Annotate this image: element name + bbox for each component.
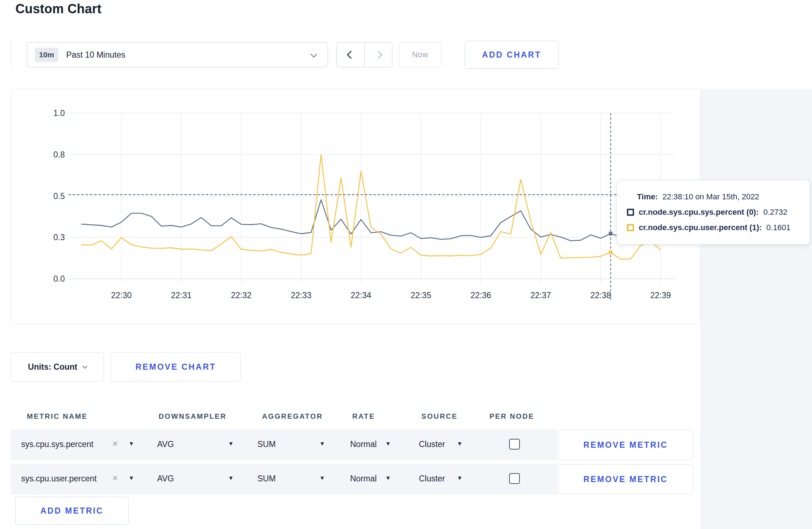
svg-text:22:38: 22:38 [590,291,611,300]
rate-select[interactable]: Normal [350,440,377,449]
dropdown-caret-icon[interactable]: ▼ [129,441,134,447]
per-node-checkbox[interactable] [509,439,520,450]
metric-name-select[interactable]: sys.cpu.user.percent [21,474,97,484]
svg-text:0.3: 0.3 [53,233,65,242]
svg-text:0.0: 0.0 [53,274,65,283]
dropdown-caret-icon[interactable]: ▼ [457,441,463,447]
time-window-badge: 10m [35,48,58,62]
dropdown-caret-icon[interactable]: ▼ [385,441,391,447]
remove-metric-x-icon[interactable]: × [112,438,118,449]
col-header-per-node: PER NODE [489,412,534,421]
next-time-button[interactable] [364,43,392,67]
rate-select[interactable]: Normal [350,474,377,484]
source-select[interactable]: Cluster [419,474,445,484]
dropdown-caret-icon[interactable]: ▼ [319,475,325,481]
dropdown-caret-icon[interactable]: ▼ [228,475,234,481]
series-sys-swatch-icon [627,209,634,216]
time-range-label: Past 10 Minutes [66,50,125,60]
svg-text:0.5: 0.5 [53,191,65,201]
series-user-swatch-icon [627,224,634,231]
toolbar-divider [11,40,11,69]
col-header-source: SOURCE [421,412,458,421]
metric-row: sys.cpu.sys.percent × ▼ AVG ▼ SUM ▼ Norm… [11,429,557,460]
col-header-rate: RATE [352,412,375,421]
downsampler-select[interactable]: AVG [157,440,174,449]
metrics-chart[interactable]: 0.00.30.50.81.022:3022:3122:3222:3322:34… [11,89,701,325]
dropdown-caret-icon[interactable]: ▼ [228,441,234,447]
svg-text:22:30: 22:30 [111,291,132,300]
metric-name-select[interactable]: sys.cpu.sys.percent [21,440,93,449]
svg-text:0.8: 0.8 [53,150,65,159]
dropdown-caret-icon[interactable]: ▼ [385,475,391,481]
per-node-checkbox[interactable] [509,473,520,484]
col-header-aggregator: AGGREGATOR [262,412,323,421]
dropdown-caret-icon[interactable]: ▼ [129,475,134,481]
custom-chart-page: Custom Chart 10m Past 10 Minutes Now ADD… [0,0,812,529]
chevron-down-icon [82,364,87,369]
aggregator-select[interactable]: SUM [257,440,276,449]
page-title: Custom Chart [15,1,101,16]
aggregator-select[interactable]: SUM [257,474,276,484]
metric-row: sys.cpu.user.percent × ▼ AVG ▼ SUM ▼ Nor… [11,464,557,495]
svg-text:22:31: 22:31 [171,291,192,300]
svg-text:22:34: 22:34 [351,291,372,300]
units-label: Units: Count [28,362,77,372]
chart-card: 0.00.30.50.81.022:3022:3122:3222:3322:34… [11,89,700,324]
svg-text:22:32: 22:32 [231,291,252,300]
prev-time-button[interactable] [337,43,364,67]
tooltip-series-user-name: cr.node.sys.cpu.user.percent (1): [639,223,762,232]
remove-metric-button[interactable]: REMOVE METRIC [558,464,693,494]
col-header-metric-name: METRIC NAME [27,412,88,421]
tooltip-series-sys-value: 0.2732 [763,208,787,217]
chevron-left-icon [347,51,355,59]
remove-metric-button[interactable]: REMOVE METRIC [558,430,693,460]
page-background-panel [700,89,812,529]
downsampler-select[interactable]: AVG [157,474,174,484]
chart-tooltip: Time: 22:38:10 on Mar 15th, 2022 cr.node… [617,180,810,244]
now-button[interactable]: Now [399,42,441,67]
dropdown-caret-icon[interactable]: ▼ [319,441,325,447]
remove-chart-button[interactable]: REMOVE CHART [111,352,241,382]
svg-text:22:36: 22:36 [470,291,491,300]
chevron-down-icon [310,51,317,57]
tooltip-series-user-value: 0.1601 [767,223,791,232]
add-chart-button[interactable]: ADD CHART [465,41,559,69]
svg-text:1.0: 1.0 [53,108,65,118]
col-header-downsampler: DOWNSAMPLER [159,412,227,421]
chevron-right-icon [374,51,383,59]
add-metric-button[interactable]: ADD METRIC [15,497,129,525]
dropdown-caret-icon[interactable]: ▼ [457,475,463,481]
svg-text:22:39: 22:39 [650,291,671,300]
units-dropdown[interactable]: Units: Count [11,352,104,382]
tooltip-time-label: Time: [637,192,658,202]
svg-text:22:33: 22:33 [291,291,311,300]
tooltip-series-sys-name: cr.node.sys.cpu.sys.percent (0): [639,208,759,217]
svg-text:22:35: 22:35 [411,291,431,300]
tooltip-time-value: 22:38:10 on Mar 15th, 2022 [662,192,759,202]
remove-metric-x-icon[interactable]: × [112,472,118,484]
source-select[interactable]: Cluster [419,440,445,449]
svg-text:22:37: 22:37 [531,291,551,300]
time-range-dropdown[interactable]: 10m Past 10 Minutes [27,42,328,67]
time-nav-group [337,42,392,67]
